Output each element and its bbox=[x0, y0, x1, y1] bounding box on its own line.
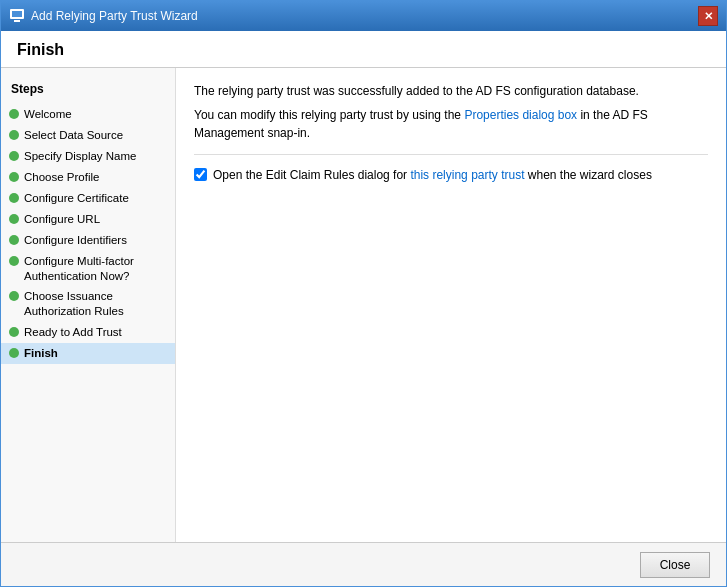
window-title: Add Relying Party Trust Wizard bbox=[31, 9, 198, 23]
properties-dialog-link[interactable]: Properties dialog box bbox=[464, 108, 577, 122]
svg-rect-2 bbox=[14, 20, 20, 22]
content-area: Finish Steps WelcomeSelect Data SourceSp… bbox=[1, 31, 726, 542]
sidebar-item-label-configure-url: Configure URL bbox=[24, 212, 100, 227]
relying-party-trust-link[interactable]: this relying party trust bbox=[410, 168, 524, 182]
sidebar-header: Steps bbox=[1, 78, 175, 104]
footer: Close bbox=[1, 542, 726, 586]
sidebar-item-configure-certificate[interactable]: Configure Certificate bbox=[1, 188, 175, 209]
sidebar: Steps WelcomeSelect Data SourceSpecify D… bbox=[1, 68, 176, 542]
checkbox-label-suffix: when the wizard closes bbox=[524, 168, 651, 182]
sidebar-item-select-data-source[interactable]: Select Data Source bbox=[1, 125, 175, 146]
step-dot-welcome bbox=[9, 109, 19, 119]
sidebar-item-label-choose-profile: Choose Profile bbox=[24, 170, 99, 185]
edit-claim-rules-checkbox[interactable] bbox=[194, 168, 207, 181]
sidebar-item-label-configure-multifactor: Configure Multi-factor Authentication No… bbox=[24, 254, 165, 284]
step-dot-choose-profile bbox=[9, 172, 19, 182]
title-bar: Add Relying Party Trust Wizard ✕ bbox=[1, 1, 726, 31]
title-bar-left: Add Relying Party Trust Wizard bbox=[9, 8, 198, 24]
sidebar-item-label-configure-certificate: Configure Certificate bbox=[24, 191, 129, 206]
page-title: Finish bbox=[1, 31, 726, 68]
checkbox-row: Open the Edit Claim Rules dialog for thi… bbox=[194, 167, 708, 184]
success-line2: You can modify this relying party trust … bbox=[194, 106, 708, 142]
sidebar-item-ready-to-add[interactable]: Ready to Add Trust bbox=[1, 322, 175, 343]
sidebar-item-finish[interactable]: Finish bbox=[1, 343, 175, 364]
close-wizard-button[interactable]: Close bbox=[640, 552, 710, 578]
success-line2-prefix: You can modify this relying party trust … bbox=[194, 108, 464, 122]
checkbox-label[interactable]: Open the Edit Claim Rules dialog for thi… bbox=[213, 167, 652, 184]
sidebar-item-configure-identifiers[interactable]: Configure Identifiers bbox=[1, 230, 175, 251]
sidebar-item-label-configure-identifiers: Configure Identifiers bbox=[24, 233, 127, 248]
success-line1: The relying party trust was successfully… bbox=[194, 82, 708, 100]
step-dot-configure-identifiers bbox=[9, 235, 19, 245]
step-dot-choose-issuance bbox=[9, 291, 19, 301]
main-content: Steps WelcomeSelect Data SourceSpecify D… bbox=[1, 68, 726, 542]
wizard-window: Add Relying Party Trust Wizard ✕ Finish … bbox=[0, 0, 727, 587]
sidebar-item-choose-profile[interactable]: Choose Profile bbox=[1, 167, 175, 188]
svg-rect-1 bbox=[12, 11, 22, 17]
step-dot-finish bbox=[9, 348, 19, 358]
step-dot-ready-to-add bbox=[9, 327, 19, 337]
step-dot-specify-display-name bbox=[9, 151, 19, 161]
sidebar-item-label-select-data-source: Select Data Source bbox=[24, 128, 123, 143]
sidebar-item-specify-display-name[interactable]: Specify Display Name bbox=[1, 146, 175, 167]
checkbox-label-prefix: Open the Edit Claim Rules dialog for bbox=[213, 168, 410, 182]
sidebar-item-configure-url[interactable]: Configure URL bbox=[1, 209, 175, 230]
close-button[interactable]: ✕ bbox=[698, 6, 718, 26]
sidebar-item-label-ready-to-add: Ready to Add Trust bbox=[24, 325, 122, 340]
divider bbox=[194, 154, 708, 155]
right-panel: The relying party trust was successfully… bbox=[176, 68, 726, 542]
sidebar-item-choose-issuance[interactable]: Choose Issuance Authorization Rules bbox=[1, 286, 175, 322]
sidebar-item-label-welcome: Welcome bbox=[24, 107, 72, 122]
sidebar-item-label-specify-display-name: Specify Display Name bbox=[24, 149, 136, 164]
step-dot-select-data-source bbox=[9, 130, 19, 140]
sidebar-item-label-finish: Finish bbox=[24, 346, 58, 361]
sidebar-item-label-choose-issuance: Choose Issuance Authorization Rules bbox=[24, 289, 165, 319]
sidebar-item-welcome[interactable]: Welcome bbox=[1, 104, 175, 125]
step-dot-configure-certificate bbox=[9, 193, 19, 203]
sidebar-item-configure-multifactor[interactable]: Configure Multi-factor Authentication No… bbox=[1, 251, 175, 287]
step-dot-configure-url bbox=[9, 214, 19, 224]
app-icon bbox=[9, 8, 25, 24]
step-dot-configure-multifactor bbox=[9, 256, 19, 266]
